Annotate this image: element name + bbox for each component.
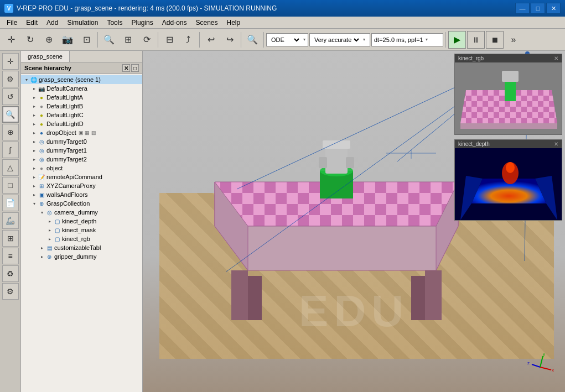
tree-expander[interactable]: ▸ bbox=[31, 191, 38, 198]
scene-tab-item[interactable]: grasp_scene bbox=[21, 51, 70, 62]
play-button[interactable]: ▶ bbox=[448, 31, 466, 49]
script-icon[interactable]: 📄 bbox=[2, 195, 19, 211]
accuracy-select[interactable]: Very accurate Accurate Fast Very fast bbox=[312, 36, 361, 44]
separator-6 bbox=[445, 32, 446, 48]
pan-tool-button[interactable]: ⊕ bbox=[40, 31, 58, 49]
tree-expander[interactable]: ▸ bbox=[46, 227, 53, 233]
recycle-icon[interactable]: ♻ bbox=[2, 265, 19, 282]
tree-expander[interactable]: ▸ bbox=[31, 147, 38, 154]
tree-item[interactable]: ▸●object bbox=[21, 164, 142, 173]
tree-expander[interactable]: ▸ bbox=[39, 244, 45, 251]
tree-expander[interactable]: ▸ bbox=[31, 156, 38, 163]
tree-expander[interactable]: ▸ bbox=[39, 253, 45, 260]
tree-expander[interactable]: ▸ bbox=[31, 112, 38, 118]
menu-item-edit[interactable]: Edit bbox=[22, 18, 42, 28]
kinect-rgb-close[interactable]: ✕ bbox=[554, 55, 558, 61]
tree-item[interactable]: ▸●DefaultLightB bbox=[21, 102, 142, 111]
tree-expander[interactable]: ▸ bbox=[31, 94, 38, 101]
hierarchy-close-button[interactable]: ✕ bbox=[122, 64, 130, 72]
layers-icon[interactable]: ≡ bbox=[2, 248, 19, 264]
hierarchy-config-button[interactable]: □ bbox=[131, 64, 139, 72]
svg-marker-4 bbox=[215, 226, 458, 270]
tree-expander[interactable]: ▸ bbox=[31, 85, 38, 92]
physics-engine-dropdown[interactable]: ODE Bullet Newton Vortex ▾ bbox=[266, 33, 308, 46]
rotate-icon[interactable]: ↺ bbox=[2, 88, 19, 105]
close-button[interactable]: ✕ bbox=[546, 3, 561, 14]
move-icon[interactable]: ✛ bbox=[2, 53, 19, 70]
menu-item-add[interactable]: Add bbox=[42, 18, 63, 28]
tree-item-icon: ● bbox=[38, 93, 45, 101]
redo-button[interactable]: ↪ bbox=[221, 31, 239, 49]
pause-button[interactable]: ⏸ bbox=[467, 31, 485, 49]
edit-button[interactable]: ⊟ bbox=[160, 31, 178, 49]
tree-item[interactable]: ▸▢kinect_depth bbox=[21, 217, 142, 226]
menu-item-tools[interactable]: Tools bbox=[102, 18, 127, 28]
undo-button[interactable]: ↩ bbox=[202, 31, 220, 49]
tree-expander[interactable]: ▸ bbox=[31, 121, 38, 127]
tree-item[interactable]: ▸◎dummyTarget1 bbox=[21, 146, 142, 155]
physics-engine-select[interactable]: ODE Bullet Newton Vortex bbox=[269, 36, 301, 44]
stop-button[interactable]: ⏹ bbox=[486, 31, 504, 49]
tree-expander[interactable]: ▸ bbox=[46, 236, 53, 242]
menu-item-plugins[interactable]: Plugins bbox=[127, 18, 157, 28]
menu-item-simulation[interactable]: Simulation bbox=[63, 18, 102, 28]
zoom-icon[interactable]: ⊕ bbox=[2, 124, 19, 140]
tree-item[interactable]: ▸▢kinect_rgb bbox=[21, 234, 142, 243]
grid-icon[interactable]: ⊞ bbox=[2, 230, 19, 247]
view-icon[interactable]: 🔍 bbox=[2, 106, 19, 123]
object-button[interactable]: ⊞ bbox=[119, 31, 137, 49]
tree-item[interactable]: ▸▤customizableTabl bbox=[21, 243, 142, 252]
tree-item[interactable]: ▾◎camera_dummy bbox=[21, 208, 142, 217]
viewport[interactable]: EDU x y z kinect_rgb ✕ bbox=[143, 51, 565, 392]
tree-expander[interactable]: ▸ bbox=[31, 182, 38, 189]
minimize-button[interactable]: — bbox=[515, 3, 530, 14]
menu-item-file[interactable]: File bbox=[2, 18, 22, 28]
tree-item[interactable]: ▸📝remoteApiCommand bbox=[21, 173, 142, 181]
kinect-depth-content bbox=[455, 148, 562, 220]
tree-item[interactable]: ▸▣wallsAndFloors bbox=[21, 190, 142, 199]
tree-item[interactable]: ▸◎dummyTarget0 bbox=[21, 137, 142, 146]
cursor-button[interactable]: 🔍 bbox=[100, 31, 118, 49]
more-button[interactable]: » bbox=[505, 31, 522, 49]
tree-item[interactable]: ▸◎dummyTarget2 bbox=[21, 155, 142, 164]
tree-item[interactable]: ▸●dropObject▣ ▦ ▧ bbox=[21, 128, 142, 137]
menu-item-help[interactable]: Help bbox=[222, 18, 245, 28]
tree-expander[interactable]: ▾ bbox=[31, 200, 38, 207]
path2-icon[interactable]: □ bbox=[2, 177, 19, 194]
config-button[interactable]: ⟳ bbox=[138, 31, 155, 49]
search-button[interactable]: 🔍 bbox=[243, 31, 261, 49]
settings-icon[interactable]: ⚙ bbox=[2, 283, 19, 300]
tree-expander[interactable]: ▸ bbox=[31, 103, 38, 109]
tree-item[interactable]: ▸●DefaultLightC bbox=[21, 111, 142, 119]
tree-item[interactable]: ▸⊗gripper_dummy bbox=[21, 252, 142, 261]
tree-expander[interactable]: ▸ bbox=[31, 174, 38, 180]
tree-item[interactable]: ▸▢kinect_mask bbox=[21, 226, 142, 234]
tree-expander[interactable]: ▸ bbox=[46, 218, 53, 224]
path-button[interactable]: ⤴ bbox=[179, 31, 197, 49]
dt-dropdown[interactable]: dt=25.0 ms, ppf=1 ▾ bbox=[371, 33, 443, 46]
tree-item[interactable]: ▸●DefaultLightA bbox=[21, 93, 142, 102]
menu-item-add-ons[interactable]: Add-ons bbox=[158, 18, 191, 28]
shape-icon[interactable]: △ bbox=[2, 159, 19, 176]
camera-button[interactable]: 📷 bbox=[59, 31, 76, 49]
tree-expander[interactable]: ▸ bbox=[31, 165, 38, 171]
accuracy-dropdown[interactable]: Very accurate Accurate Fast Very fast ▾ bbox=[309, 33, 370, 46]
pointer-tool-button[interactable]: ✛ bbox=[2, 31, 20, 49]
tree-item[interactable]: ▸⊞XYZCameraProxy bbox=[21, 181, 142, 190]
tree-item[interactable]: ▸📷DefaultCamera bbox=[21, 84, 142, 93]
formula-icon[interactable]: ∫ bbox=[2, 142, 19, 158]
menu-item-scenes[interactable]: Scenes bbox=[191, 18, 222, 28]
tree-expander[interactable]: ▾ bbox=[39, 209, 45, 216]
tree-expander[interactable]: ▸ bbox=[31, 138, 38, 145]
tree-item[interactable]: ▾⊕GraspCollection bbox=[21, 199, 142, 208]
fit-button[interactable]: ⊡ bbox=[77, 31, 95, 49]
kinect-depth-close[interactable]: ✕ bbox=[554, 141, 558, 147]
tree-expander[interactable]: ▾ bbox=[23, 76, 30, 83]
rotate-tool-button[interactable]: ↻ bbox=[21, 31, 39, 49]
tree-expander[interactable]: ▸ bbox=[31, 129, 38, 136]
arm-icon[interactable]: 🦾 bbox=[2, 212, 19, 229]
maximize-button[interactable]: □ bbox=[531, 3, 545, 14]
tree-item[interactable]: ▾🌐grasp_scene (scene 1) bbox=[21, 75, 142, 84]
joint-icon[interactable]: ⚙ bbox=[2, 71, 19, 87]
tree-item[interactable]: ▸●DefaultLightD bbox=[21, 119, 142, 128]
